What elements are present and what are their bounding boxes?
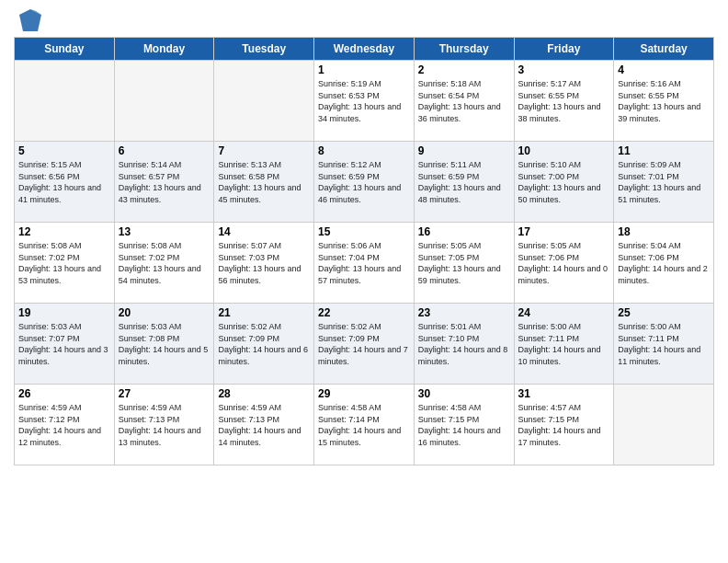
calendar-cell: 26 Sunrise: 4:59 AMSunset: 7:12 PMDaylig…	[15, 385, 115, 465]
day-number: 15	[318, 225, 410, 238]
cell-info: Sunrise: 4:59 AMSunset: 7:13 PMDaylight:…	[119, 403, 201, 447]
calendar-header-row: SundayMondayTuesdayWednesdayThursdayFrid…	[15, 38, 714, 61]
logo	[14, 9, 45, 29]
cell-info: Sunrise: 5:13 AMSunset: 6:58 PMDaylight:…	[218, 160, 301, 204]
cell-info: Sunrise: 5:16 AMSunset: 6:55 PMDaylight:…	[618, 79, 700, 123]
day-number: 10	[518, 144, 610, 157]
calendar-cell: 16 Sunrise: 5:05 AMSunset: 7:05 PMDaylig…	[414, 223, 514, 304]
calendar-day-header: Monday	[114, 38, 214, 61]
calendar-cell: 3 Sunrise: 5:17 AMSunset: 6:55 PMDayligh…	[514, 61, 614, 142]
day-number: 22	[318, 306, 410, 319]
cell-info: Sunrise: 5:03 AMSunset: 7:07 PMDaylight:…	[18, 322, 108, 366]
svg-marker-0	[19, 9, 41, 31]
day-number: 20	[119, 306, 210, 319]
calendar-cell: 9 Sunrise: 5:11 AMSunset: 6:59 PMDayligh…	[414, 142, 514, 223]
cell-info: Sunrise: 4:59 AMSunset: 7:12 PMDaylight:…	[18, 403, 101, 447]
calendar-cell: 27 Sunrise: 4:59 AMSunset: 7:13 PMDaylig…	[114, 385, 214, 465]
calendar-week-row: 1 Sunrise: 5:19 AMSunset: 6:53 PMDayligh…	[15, 61, 714, 142]
calendar-cell: 10 Sunrise: 5:10 AMSunset: 7:00 PMDaylig…	[514, 142, 614, 223]
cell-info: Sunrise: 5:02 AMSunset: 7:09 PMDaylight:…	[318, 322, 408, 366]
day-number: 19	[18, 306, 110, 319]
calendar-week-row: 26 Sunrise: 4:59 AMSunset: 7:12 PMDaylig…	[15, 385, 714, 465]
day-number: 27	[119, 387, 210, 400]
cell-info: Sunrise: 5:17 AMSunset: 6:55 PMDaylight:…	[518, 79, 601, 123]
cell-info: Sunrise: 5:12 AMSunset: 6:59 PMDaylight:…	[318, 160, 401, 204]
calendar-cell: 13 Sunrise: 5:08 AMSunset: 7:02 PMDaylig…	[114, 223, 214, 304]
day-number: 18	[618, 225, 710, 238]
cell-info: Sunrise: 5:08 AMSunset: 7:02 PMDaylight:…	[18, 241, 101, 285]
cell-info: Sunrise: 4:59 AMSunset: 7:13 PMDaylight:…	[218, 403, 301, 447]
calendar-day-header: Sunday	[15, 38, 115, 61]
day-number: 13	[119, 225, 210, 238]
logo-icon	[16, 6, 45, 35]
calendar-day-header: Saturday	[614, 38, 714, 61]
day-number: 11	[618, 144, 710, 157]
cell-info: Sunrise: 5:05 AMSunset: 7:06 PMDaylight:…	[518, 241, 609, 285]
calendar-day-header: Thursday	[414, 38, 514, 61]
cell-info: Sunrise: 4:58 AMSunset: 7:15 PMDaylight:…	[418, 403, 501, 447]
day-number: 12	[18, 225, 110, 238]
calendar-cell: 20 Sunrise: 5:03 AMSunset: 7:08 PMDaylig…	[114, 304, 214, 385]
calendar-cell: 11 Sunrise: 5:09 AMSunset: 7:01 PMDaylig…	[614, 142, 714, 223]
day-number: 24	[518, 306, 610, 319]
calendar-cell: 23 Sunrise: 5:01 AMSunset: 7:10 PMDaylig…	[414, 304, 514, 385]
cell-info: Sunrise: 5:04 AMSunset: 7:06 PMDaylight:…	[618, 241, 708, 285]
cell-info: Sunrise: 5:10 AMSunset: 7:00 PMDaylight:…	[518, 160, 601, 204]
day-number: 28	[218, 387, 310, 400]
calendar-cell	[214, 61, 314, 142]
day-number: 16	[418, 225, 510, 238]
day-number: 14	[218, 225, 310, 238]
cell-info: Sunrise: 5:08 AMSunset: 7:02 PMDaylight:…	[119, 241, 201, 285]
day-number: 2	[418, 63, 510, 76]
calendar-cell	[614, 385, 714, 465]
cell-info: Sunrise: 5:15 AMSunset: 6:56 PMDaylight:…	[18, 160, 101, 204]
cell-info: Sunrise: 5:05 AMSunset: 7:05 PMDaylight:…	[418, 241, 501, 285]
calendar-cell: 8 Sunrise: 5:12 AMSunset: 6:59 PMDayligh…	[314, 142, 415, 223]
calendar-cell: 18 Sunrise: 5:04 AMSunset: 7:06 PMDaylig…	[614, 223, 714, 304]
day-number: 26	[18, 387, 110, 400]
calendar-cell: 19 Sunrise: 5:03 AMSunset: 7:07 PMDaylig…	[15, 304, 115, 385]
cell-info: Sunrise: 5:19 AMSunset: 6:53 PMDaylight:…	[318, 79, 401, 123]
calendar-cell: 7 Sunrise: 5:13 AMSunset: 6:58 PMDayligh…	[214, 142, 314, 223]
cell-info: Sunrise: 5:14 AMSunset: 6:57 PMDaylight:…	[119, 160, 201, 204]
calendar-cell: 30 Sunrise: 4:58 AMSunset: 7:15 PMDaylig…	[414, 385, 514, 465]
day-number: 4	[618, 63, 710, 76]
calendar-cell: 25 Sunrise: 5:00 AMSunset: 7:11 PMDaylig…	[614, 304, 714, 385]
calendar-cell: 28 Sunrise: 4:59 AMSunset: 7:13 PMDaylig…	[214, 385, 314, 465]
calendar-cell: 12 Sunrise: 5:08 AMSunset: 7:02 PMDaylig…	[15, 223, 115, 304]
calendar-cell: 31 Sunrise: 4:57 AMSunset: 7:15 PMDaylig…	[514, 385, 614, 465]
calendar-cell: 5 Sunrise: 5:15 AMSunset: 6:56 PMDayligh…	[15, 142, 115, 223]
day-number: 17	[518, 225, 610, 238]
cell-info: Sunrise: 5:00 AMSunset: 7:11 PMDaylight:…	[518, 322, 601, 366]
cell-info: Sunrise: 5:00 AMSunset: 7:11 PMDaylight:…	[618, 322, 700, 366]
calendar-cell: 6 Sunrise: 5:14 AMSunset: 6:57 PMDayligh…	[114, 142, 214, 223]
calendar-cell: 24 Sunrise: 5:00 AMSunset: 7:11 PMDaylig…	[514, 304, 614, 385]
calendar-table: SundayMondayTuesdayWednesdayThursdayFrid…	[14, 37, 714, 465]
calendar-cell: 15 Sunrise: 5:06 AMSunset: 7:04 PMDaylig…	[314, 223, 415, 304]
day-number: 9	[418, 144, 510, 157]
day-number: 23	[418, 306, 510, 319]
calendar-week-row: 12 Sunrise: 5:08 AMSunset: 7:02 PMDaylig…	[15, 223, 714, 304]
cell-info: Sunrise: 5:09 AMSunset: 7:01 PMDaylight:…	[618, 160, 700, 204]
day-number: 31	[518, 387, 610, 400]
cell-info: Sunrise: 5:07 AMSunset: 7:03 PMDaylight:…	[218, 241, 301, 285]
day-number: 6	[119, 144, 210, 157]
day-number: 3	[518, 63, 610, 76]
cell-info: Sunrise: 5:11 AMSunset: 6:59 PMDaylight:…	[418, 160, 501, 204]
day-number: 21	[218, 306, 310, 319]
header	[14, 9, 714, 29]
calendar-cell: 29 Sunrise: 4:58 AMSunset: 7:14 PMDaylig…	[314, 385, 415, 465]
calendar-cell: 2 Sunrise: 5:18 AMSunset: 6:54 PMDayligh…	[414, 61, 514, 142]
calendar-cell: 4 Sunrise: 5:16 AMSunset: 6:55 PMDayligh…	[614, 61, 714, 142]
cell-info: Sunrise: 4:57 AMSunset: 7:15 PMDaylight:…	[518, 403, 601, 447]
day-number: 29	[318, 387, 410, 400]
day-number: 8	[318, 144, 410, 157]
calendar-cell: 21 Sunrise: 5:02 AMSunset: 7:09 PMDaylig…	[214, 304, 314, 385]
calendar-day-header: Tuesday	[214, 38, 314, 61]
calendar-cell: 1 Sunrise: 5:19 AMSunset: 6:53 PMDayligh…	[314, 61, 415, 142]
calendar-week-row: 5 Sunrise: 5:15 AMSunset: 6:56 PMDayligh…	[15, 142, 714, 223]
calendar-week-row: 19 Sunrise: 5:03 AMSunset: 7:07 PMDaylig…	[15, 304, 714, 385]
cell-info: Sunrise: 5:18 AMSunset: 6:54 PMDaylight:…	[418, 79, 501, 123]
cell-info: Sunrise: 5:01 AMSunset: 7:10 PMDaylight:…	[418, 322, 508, 366]
calendar-day-header: Friday	[514, 38, 614, 61]
